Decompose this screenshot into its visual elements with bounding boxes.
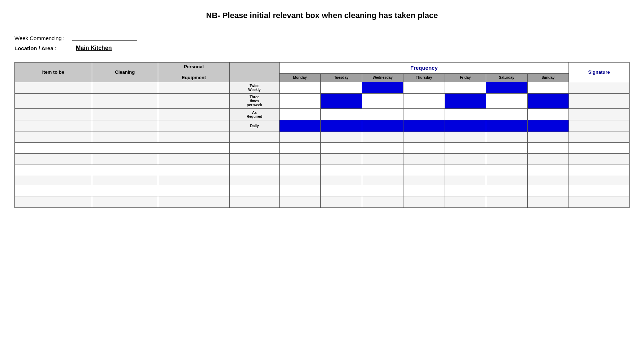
freq-label-asrequired: AsRequired [230, 109, 279, 120]
col-freq-sublabel [230, 63, 279, 82]
table-row [15, 175, 630, 186]
monday-cell[interactable] [279, 109, 320, 120]
personal-cell[interactable] [158, 109, 229, 120]
cleaning-schedule-table-wrapper: Item to be Cleaning PersonalEquipment Fr… [14, 62, 630, 208]
item-cell[interactable] [15, 82, 92, 94]
col-personal-header: PersonalEquipment [158, 63, 229, 82]
personal-cell[interactable] [158, 82, 229, 94]
friday-cell[interactable] [445, 120, 486, 132]
monday-cell[interactable] [279, 82, 320, 94]
item-cell[interactable] [15, 109, 92, 120]
signature-cell[interactable] [569, 94, 629, 109]
day-wednesday: Wednesday [362, 73, 403, 82]
wednesday-cell[interactable] [362, 82, 403, 94]
cleaning-schedule-table: Item to be Cleaning PersonalEquipment Fr… [14, 62, 630, 208]
col-cleaning-header: Cleaning [92, 63, 158, 82]
saturday-cell[interactable] [486, 82, 527, 94]
day-sunday: Sunday [527, 73, 569, 82]
cleaning-cell[interactable] [92, 82, 158, 94]
day-thursday: Thursday [403, 73, 445, 82]
week-commencing-value[interactable] [72, 35, 137, 41]
day-tuesday: Tuesday [321, 73, 362, 82]
tuesday-cell[interactable] [321, 82, 362, 94]
location-row: Location / Area : Main Kitchen [14, 45, 630, 51]
freq-label-daily: Daily [230, 120, 279, 132]
week-commencing-label: Week Commencing : [14, 35, 72, 41]
sunday-cell[interactable] [527, 109, 569, 120]
col-signature-header: Signature [569, 63, 629, 82]
table-row [15, 154, 630, 164]
table-row: AsRequired [15, 109, 630, 120]
cleaning-cell[interactable] [92, 109, 158, 120]
signature-cell[interactable] [569, 82, 629, 94]
cleaning-cell[interactable] [92, 94, 158, 109]
saturday-cell[interactable] [486, 94, 527, 109]
location-label: Location / Area : [14, 45, 72, 51]
meta-section: Week Commencing : Location / Area : Main… [14, 35, 630, 51]
saturday-cell[interactable] [486, 109, 527, 120]
thursday-cell[interactable] [403, 94, 445, 109]
tuesday-cell[interactable] [321, 120, 362, 132]
personal-cell[interactable] [158, 94, 229, 109]
col-frequency-header: Frequency [279, 63, 569, 74]
monday-cell[interactable] [279, 94, 320, 109]
wednesday-cell[interactable] [362, 94, 403, 109]
week-commencing-row: Week Commencing : [14, 35, 630, 41]
day-saturday: Saturday [486, 73, 527, 82]
table-row [15, 186, 630, 197]
thursday-cell[interactable] [403, 109, 445, 120]
table-row [15, 132, 630, 143]
freq-label-twice: TwiceWeekly [230, 82, 279, 94]
table-row [15, 197, 630, 208]
table-row [15, 143, 630, 154]
signature-cell[interactable] [569, 120, 629, 132]
header-row-1: Item to be Cleaning PersonalEquipment Fr… [15, 63, 630, 74]
thursday-cell[interactable] [403, 82, 445, 94]
table-row: TwiceWeekly [15, 82, 630, 94]
day-monday: Monday [279, 73, 320, 82]
monday-cell[interactable] [279, 120, 320, 132]
table-row [15, 164, 630, 175]
freq-label-three: Threetimesper week [230, 94, 279, 109]
table-row: Threetimesper week [15, 94, 630, 109]
table-row: Daily [15, 120, 630, 132]
personal-cell[interactable] [158, 120, 229, 132]
cleaning-cell[interactable] [92, 120, 158, 132]
friday-cell[interactable] [445, 82, 486, 94]
tuesday-cell[interactable] [321, 94, 362, 109]
col-item-header: Item to be [15, 63, 92, 82]
item-cell[interactable] [15, 120, 92, 132]
wednesday-cell[interactable] [362, 109, 403, 120]
item-cell[interactable] [15, 94, 92, 109]
saturday-cell[interactable] [486, 120, 527, 132]
day-friday: Friday [445, 73, 486, 82]
wednesday-cell[interactable] [362, 120, 403, 132]
sunday-cell[interactable] [527, 82, 569, 94]
page-title: NB- Please initial relevant box when cle… [14, 11, 630, 20]
friday-cell[interactable] [445, 109, 486, 120]
signature-cell[interactable] [569, 109, 629, 120]
sunday-cell[interactable] [527, 120, 569, 132]
tuesday-cell[interactable] [321, 109, 362, 120]
friday-cell[interactable] [445, 94, 486, 109]
thursday-cell[interactable] [403, 120, 445, 132]
sunday-cell[interactable] [527, 94, 569, 109]
location-value: Main Kitchen [76, 45, 112, 51]
